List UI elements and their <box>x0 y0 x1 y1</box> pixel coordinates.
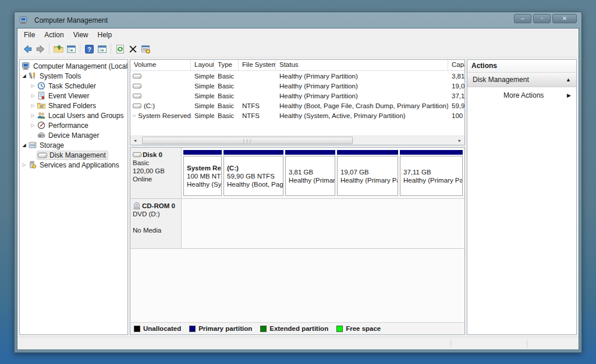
app-icon <box>19 16 29 24</box>
toolbar-separator <box>111 44 111 54</box>
tree-label: Performance <box>48 122 88 130</box>
console-tree-icon <box>66 44 76 54</box>
column-header-volume[interactable]: Volume <box>130 60 191 70</box>
expander-collapsed-icon[interactable]: ▷ <box>20 162 28 167</box>
help-button[interactable]: ? <box>83 42 95 55</box>
volume-capacity: 100 M <box>448 112 465 119</box>
volume-type: Basic <box>214 83 239 90</box>
more-actions-label: More Actions <box>503 91 567 99</box>
partition-color-bar <box>183 150 222 155</box>
expander-collapsed-icon[interactable]: ▷ <box>29 123 37 128</box>
menu-view[interactable]: View <box>69 30 93 40</box>
column-header-file-system[interactable]: File System <box>239 60 276 70</box>
column-header-capacity[interactable]: Capacity <box>448 60 465 70</box>
svg-text:22: 22 <box>40 105 43 108</box>
volume-row[interactable]: (C:) Simple Basic NTFS Healthy (Boot, Pa… <box>130 101 464 110</box>
tree-item-storage[interactable]: ◢ Storage <box>20 140 127 150</box>
tree-item-device-manager[interactable]: Device Manager <box>20 130 127 140</box>
more-actions-item[interactable]: More Actions ▶ <box>467 87 576 104</box>
refresh-button[interactable] <box>113 42 126 55</box>
help-icon: ? <box>84 44 94 54</box>
partition-size: 19,07 GB <box>340 168 395 176</box>
action-pane-toggle-button[interactable] <box>95 42 108 55</box>
toolbar: ? <box>17 41 579 58</box>
tree-item-computer-management[interactable]: Computer Management (Local) <box>20 61 127 71</box>
partition-3-81gb[interactable]: 3,81 GB Healthy (Primary Partition) <box>285 150 335 196</box>
menu-help[interactable]: Help <box>93 30 117 40</box>
tree-item-event-viewer[interactable]: ▷ Event Viewer <box>20 91 127 101</box>
partition-status: Healthy (System, Active, Primary Partiti… <box>187 180 218 188</box>
actions-section-label: Disk Management <box>473 76 566 84</box>
tree-item-disk-management[interactable]: Disk Management <box>20 150 127 160</box>
volume-type: Basic <box>214 102 239 109</box>
partition-system-reserved[interactable]: System Reserved 100 MB NTFS Healthy (Sys… <box>183 150 222 196</box>
legend-label: Free space <box>346 325 381 332</box>
storage-icon <box>28 141 37 149</box>
horizontal-scrollbar[interactable]: ◄ | | | ► <box>130 135 464 145</box>
expander-collapsed-icon[interactable]: ▷ <box>29 93 37 98</box>
volume-row[interactable]: Simple Basic Healthy (Primary Partition)… <box>130 71 464 81</box>
tree-item-services-and-applications[interactable]: ▷ Services and Applications <box>20 160 127 170</box>
expander-collapsed-icon[interactable]: ▷ <box>29 103 37 108</box>
unallocated-swatch <box>134 326 140 332</box>
partition-size: 59,90 GB NTFS <box>227 172 280 180</box>
expander-expanded-icon[interactable]: ◢ <box>20 142 28 148</box>
back-button[interactable] <box>21 42 34 55</box>
column-header-layout[interactable]: Layout <box>191 60 214 70</box>
partition-c[interactable]: (C:) 59,90 GB NTFS Healthy (Boot, Page F… <box>224 150 283 196</box>
tree-item-performance[interactable]: ▷ Performance <box>20 120 127 130</box>
volume-layout: Simple <box>191 73 214 80</box>
expander-expanded-icon[interactable]: ◢ <box>20 73 28 78</box>
scrollbar-thumb[interactable]: | | | <box>142 137 353 144</box>
disk-properties-button[interactable] <box>139 42 152 55</box>
tree-label: Computer Management (Local) <box>33 62 128 70</box>
forward-button[interactable] <box>34 42 47 55</box>
tree-item-system-tools[interactable]: ◢ System Tools <box>20 71 127 81</box>
scroll-right-icon[interactable]: ► <box>455 136 464 145</box>
minimize-button[interactable]: – <box>514 14 531 23</box>
volume-status: Healthy (Primary Partition) <box>276 83 448 90</box>
expander-collapsed-icon[interactable]: ▷ <box>29 113 37 118</box>
volume-layout: Simple <box>191 102 214 109</box>
cdrom-label[interactable]: CD-ROM 0 DVD (D:) No Media <box>130 199 182 248</box>
scroll-left-icon[interactable]: ◄ <box>130 136 140 145</box>
maximize-button[interactable]: ▫ <box>533 14 551 23</box>
partition-name: (C:) <box>227 164 280 172</box>
column-header-type[interactable]: Type <box>214 60 239 70</box>
column-header-status[interactable]: Status <box>276 60 448 70</box>
console-tree-toggle-button[interactable] <box>65 42 77 55</box>
services-icon <box>28 160 37 169</box>
tree-item-shared-folders[interactable]: ▷ 22 Shared Folders <box>20 101 127 110</box>
tree-item-task-scheduler[interactable]: ▷ Task Scheduler <box>20 81 127 91</box>
partition-size: 37,11 GB <box>403 168 459 176</box>
volume-capacity: 59,90 <box>448 102 465 109</box>
disk0-type: Basic <box>133 159 179 167</box>
legend-extended-partition: Extended partition <box>260 325 328 332</box>
actions-section-disk-management[interactable]: Disk Management ▲ <box>467 73 576 87</box>
partition-37-11gb[interactable]: 37,11 GB Healthy (Primary Partition) <box>400 150 463 196</box>
volume-row[interactable]: Simple Basic Healthy (Primary Partition)… <box>130 91 464 101</box>
menu-file[interactable]: File <box>19 30 40 40</box>
computer-management-window: Computer Management – ▫ ✕ File Action Vi… <box>14 12 582 353</box>
menu-action[interactable]: Action <box>40 30 68 40</box>
close-button[interactable]: ✕ <box>552 14 577 23</box>
volume-row[interactable]: System Reserved Simple Basic NTFS Health… <box>130 110 464 120</box>
tree-label: Local Users and Groups <box>48 112 123 120</box>
collapse-icon[interactable]: ▲ <box>566 77 571 83</box>
status-bar <box>17 337 579 349</box>
tree-item-local-users-and-groups[interactable]: ▷ Local Users and Groups <box>20 110 127 120</box>
disk0-row: Disk 0 Basic 120,00 GB Online <box>130 148 464 199</box>
volume-row[interactable]: Simple Basic Healthy (Primary Partition)… <box>130 81 464 91</box>
volume-capacity: 3,81 G <box>448 73 465 80</box>
expander-collapsed-icon[interactable]: ▷ <box>29 83 37 88</box>
window-title: Computer Management <box>34 16 108 24</box>
delete-icon <box>128 44 138 54</box>
partition-19-07gb[interactable]: 19,07 GB Healthy (Primary Partition) <box>337 150 398 196</box>
volume-layout: Simple <box>191 83 214 90</box>
titlebar[interactable]: Computer Management – ▫ ✕ <box>17 12 579 28</box>
action-pane-icon <box>97 44 107 54</box>
volume-icon <box>133 73 141 79</box>
up-level-button[interactable] <box>52 42 65 55</box>
disk0-label[interactable]: Disk 0 Basic 120,00 GB Online <box>130 148 182 198</box>
delete-button[interactable] <box>126 42 139 55</box>
